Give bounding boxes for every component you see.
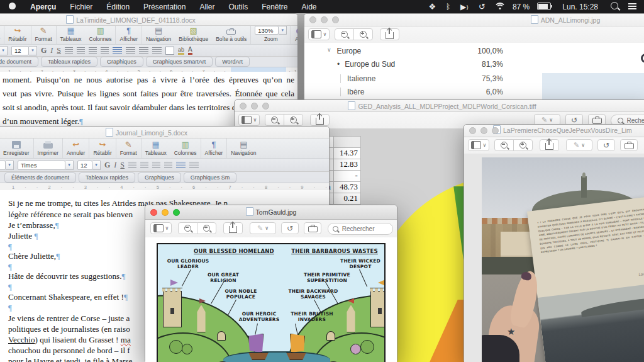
style-combo-arrow[interactable]: ▾	[0, 46, 8, 55]
close-button[interactable]	[469, 127, 476, 134]
menu-apercu[interactable]: Aperçu	[23, 3, 63, 11]
ethnicity-row-europe-du-sud[interactable]: • Europe du Sud 81,3%	[337, 60, 503, 69]
font-size-combo[interactable]: 12	[11, 46, 29, 55]
markup-toolbox-button[interactable]	[304, 222, 321, 234]
wifi-icon[interactable]	[491, 3, 510, 11]
journal-titlebar[interactable]: Journal_Limongi_5.docx	[0, 127, 329, 139]
zoom-out-button[interactable]	[335, 28, 354, 40]
tab-elements-de-document[interactable]: Éléments de document	[0, 57, 38, 67]
align-justify-button[interactable]	[101, 47, 109, 54]
menu-presentation[interactable]: Présentation	[136, 3, 192, 11]
time-machine-icon[interactable]: ↺	[474, 2, 491, 11]
font-combo-arrow[interactable]: ▾	[65, 161, 74, 170]
window-photo[interactable]: LaPremiereChoseQueJePeuxVousDire_Lim ∨ ✎…	[464, 124, 644, 362]
markup-toolbox-button[interactable]	[620, 139, 638, 151]
photo-titlebar[interactable]: LaPremiereChoseQueJePeuxVousDire_Lim	[464, 125, 644, 137]
help-button[interactable]: ?Aide	[291, 26, 297, 44]
adn-traffic-lights[interactable]	[309, 16, 339, 23]
columns-button[interactable]: ▥Colonnes	[86, 26, 116, 44]
share-button[interactable]	[310, 114, 330, 126]
format-button[interactable]: ✎Format	[116, 139, 142, 158]
tomgauld-search-field[interactable]	[328, 223, 393, 235]
zoom-out-button[interactable]	[494, 139, 514, 151]
columns-button[interactable]: ▥Colonnes	[170, 139, 201, 158]
zoom-out-button[interactable]	[265, 114, 284, 126]
zoom-button[interactable]	[262, 103, 269, 110]
library-button[interactable]: ▧Bibliothèque	[175, 26, 212, 44]
bullet-list-button[interactable]	[189, 162, 199, 168]
show-marks-button[interactable]: ¶Afficher	[116, 26, 142, 44]
tables-button[interactable]: ▦Tableaux	[57, 26, 86, 44]
align-justify-button[interactable]	[164, 162, 172, 168]
menu-clock[interactable]: Lun. 15:28	[556, 3, 604, 11]
bold-button[interactable]: G	[41, 46, 47, 55]
show-marks-button[interactable]: ¶Afficher	[201, 139, 228, 158]
highlight-button[interactable]: ab	[178, 47, 184, 55]
tomgauld-traffic-lights[interactable]	[150, 209, 180, 216]
menu-aller[interactable]: Aller	[192, 3, 221, 11]
zoom-in-button[interactable]	[197, 222, 216, 234]
tab-graphiques[interactable]: Graphiques	[138, 173, 181, 183]
bold-button[interactable]: G	[104, 161, 110, 170]
print-button[interactable]: Imprimer	[34, 139, 64, 158]
bluetooth-icon[interactable]: ᛒ	[441, 3, 455, 11]
zoom-button[interactable]	[492, 127, 499, 134]
view-menu-button[interactable]: ∨	[150, 222, 172, 234]
ethnicity-row-ibere[interactable]: Ibère 6,0%	[340, 88, 503, 96]
tab-wordart[interactable]: WordArt	[215, 57, 250, 67]
window-adn[interactable]: ADN_ALLimongi.jpg ∨ ∨ Europe 100,0% • Eu…	[304, 13, 644, 101]
font-combo[interactable]: Times	[18, 161, 65, 170]
zoom-button[interactable]	[332, 16, 339, 23]
view-menu-button[interactable]: ∨	[238, 114, 260, 126]
close-button[interactable]	[150, 209, 157, 216]
menu-outils[interactable]: Outils	[221, 3, 255, 11]
ged-traffic-lights[interactable]	[240, 103, 269, 110]
indent-more-button[interactable]	[152, 47, 162, 54]
tab-tableaux-rapides[interactable]: Tableaux rapides	[41, 57, 97, 67]
zoom-button[interactable]	[173, 209, 180, 216]
markup-button[interactable]: ✎∨	[566, 139, 592, 151]
rotate-button[interactable]: ↺	[281, 222, 299, 234]
zoom-dropdown-arrow[interactable]: ▾	[279, 26, 287, 35]
rotate-button[interactable]: ↺	[597, 139, 615, 151]
numbered-list-button[interactable]	[176, 162, 186, 168]
tomgauld-titlebar[interactable]: TomGauld.jpg	[145, 205, 397, 220]
numbered-list-button[interactable]	[113, 47, 122, 54]
share-button[interactable]	[380, 28, 399, 40]
redo-button[interactable]: ↪Rétablir	[89, 139, 116, 158]
window-tomgauld[interactable]: TomGauld.jpg ∨ ✎∨ ↺	[145, 205, 397, 362]
font-size-combo[interactable]: 12	[77, 161, 92, 170]
latimidite-titlebar[interactable]: LaTimidite_LIMONGI_DEF_041118.docx	[0, 14, 297, 26]
zoom-value[interactable]: 130%	[255, 26, 279, 35]
dropbox-icon[interactable]: ❖	[423, 2, 441, 11]
menu-fichier[interactable]: Fichier	[63, 3, 99, 11]
close-button[interactable]	[240, 103, 247, 110]
menu-fenetre[interactable]: Fenêtre	[255, 3, 294, 11]
minimize-button[interactable]	[321, 16, 328, 23]
volume-icon[interactable]: ◀⟩	[455, 3, 474, 11]
underline-button[interactable]: S	[57, 46, 61, 55]
tab-graphiques-smartart[interactable]: Graphiques SmartArt	[146, 57, 213, 67]
font-size-arrow[interactable]: ▾	[92, 161, 101, 170]
zoom-out-button[interactable]	[178, 222, 197, 234]
menu-edition[interactable]: Édition	[99, 3, 136, 11]
minimize-button[interactable]	[251, 103, 258, 110]
italic-button[interactable]: I	[114, 161, 116, 170]
search-input[interactable]	[341, 225, 388, 233]
save-button[interactable]: Enregistrer	[0, 139, 34, 158]
markup-button[interactable]: ✎∨	[250, 222, 276, 234]
menu-aide[interactable]: Aide	[295, 3, 324, 11]
share-button[interactable]	[223, 222, 243, 234]
ged-titlebar[interactable]: GED_Analysis_ALL_MDLPProject_MDLPWorld_C…	[235, 100, 644, 112]
navigation-button[interactable]: ▤Navigation	[142, 26, 175, 44]
font-color-button[interactable]: A	[188, 46, 192, 55]
view-menu-button[interactable]: ∨	[308, 28, 330, 40]
ethnicity-row-italienne[interactable]: Italienne 75,3%	[340, 74, 503, 83]
bullet-list-button[interactable]	[126, 47, 135, 54]
zoom-in-button[interactable]	[353, 28, 373, 40]
ethnicity-row-europe[interactable]: ∨ Europe 100,0%	[327, 47, 503, 55]
collapse-chevron-icon[interactable]: ∨	[327, 47, 331, 55]
format-button[interactable]: ✎Format	[31, 26, 57, 44]
tab-elements-de-document[interactable]: Éléments de document	[4, 173, 76, 183]
font-size-arrow[interactable]: ▾	[29, 46, 37, 55]
